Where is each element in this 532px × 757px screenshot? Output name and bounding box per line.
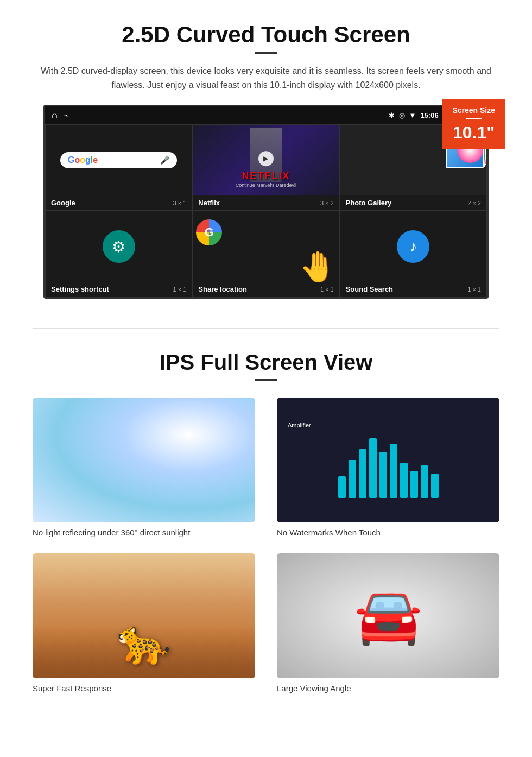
google-label-row: Google 3 × 1	[46, 195, 192, 210]
amplifier-title: Amplifier	[282, 422, 311, 428]
amp-bar-6	[390, 444, 397, 498]
amplifier-caption: No Watermarks When Touch	[277, 528, 499, 537]
amplifier-visual: Amplifier	[277, 398, 499, 522]
gallery-label-row: Photo Gallery 2 × 2	[340, 195, 486, 210]
section2-title: IPS Full Screen View	[33, 350, 499, 375]
netflix-subtitle: Continue Marvel's Daredevil	[236, 182, 296, 188]
amp-bar-container	[338, 433, 439, 498]
status-bar: ⌂ ⌁ ✱ ◎ ▼ 15:06 ◫ ♩) ⊠ ▭	[45, 106, 487, 124]
badge-divider	[466, 118, 482, 119]
amplifier-image: Amplifier	[277, 398, 499, 522]
share-label-row: Share location 1 × 1	[193, 282, 339, 297]
netflix-logo-overlay: NETFLIX Continue Marvel's Daredevil	[236, 171, 296, 188]
feature-sunlight: No light reflecting under 360° direct su…	[33, 398, 255, 537]
sound-app-size: 1 × 1	[467, 286, 481, 293]
bluetooth-icon: ✱	[389, 111, 395, 119]
amp-bar-10	[431, 474, 439, 498]
share-app-cell[interactable]: G 🤚 Share location 1 × 1	[192, 211, 339, 297]
home-icon[interactable]: ⌂	[52, 110, 58, 121]
curved-touch-section: 2.5D Curved Touch Screen With 2.5D curve…	[0, 0, 532, 312]
status-time: 15:06	[420, 111, 438, 119]
android-screen: ⌂ ⌁ ✱ ◎ ▼ 15:06 ◫ ♩) ⊠ ▭	[43, 105, 489, 299]
sound-thumbnail: ♪	[340, 211, 486, 282]
settings-app-size: 1 × 1	[173, 286, 187, 293]
sound-app-name: Sound Search	[346, 285, 393, 293]
section1-title: 2.5D Curved Touch Screen	[33, 22, 499, 48]
settings-icon: ⚙	[103, 230, 135, 263]
sound-app-cell[interactable]: ♪ Sound Search 1 × 1	[340, 211, 487, 297]
netflix-app-name: Netflix	[198, 199, 220, 207]
section1-description: With 2.5D curved-display screen, this de…	[33, 64, 499, 92]
car-visual: 🚘	[277, 553, 499, 678]
cheetah-visual: 🐆	[33, 553, 255, 678]
sunlight-visual	[33, 398, 255, 522]
gallery-app-name: Photo Gallery	[346, 199, 392, 207]
google-app-size: 3 × 1	[173, 200, 187, 206]
feature-grid: No light reflecting under 360° direct su…	[33, 398, 499, 693]
amp-bar-1	[338, 476, 346, 498]
location-icon: ◎	[399, 111, 405, 119]
sunlight-caption: No light reflecting under 360° direct su…	[33, 528, 255, 537]
google-thumbnail: Google 🎤	[46, 125, 192, 195]
ips-section: IPS Full Screen View No light reflecting…	[0, 345, 532, 709]
share-thumbnail: G 🤚	[193, 211, 339, 282]
mic-icon[interactable]: 🎤	[160, 156, 169, 165]
settings-thumbnail: ⚙	[46, 211, 192, 282]
signal-icon: ▼	[409, 111, 416, 119]
amp-bar-7	[400, 463, 408, 498]
screen-mockup-wrapper: Screen Size 10.1" ⌂ ⌁ ✱ ◎ ▼ 15:06 ◫ ♩) ⊠	[43, 105, 489, 299]
settings-app-name: Settings shortcut	[51, 285, 109, 293]
google-app-name: Google	[51, 199, 75, 207]
netflix-logo-text: NETFLIX	[236, 171, 296, 182]
google-logo: Google	[68, 155, 98, 165]
google-app-cell[interactable]: Google 🎤 Google 3 × 1	[45, 124, 192, 211]
cheetah-image: 🐆	[33, 553, 255, 678]
car-image: 🚘	[277, 553, 499, 678]
cheetah-caption: Super Fast Response	[33, 684, 255, 693]
amp-bar-9	[421, 465, 428, 498]
screen-size-badge: Screen Size 10.1"	[442, 99, 505, 149]
section-divider-hr	[33, 328, 499, 329]
google-g-icon: G	[196, 219, 222, 245]
badge-size: 10.1"	[453, 123, 495, 142]
usb-icon: ⌁	[64, 111, 68, 119]
netflix-bg: ▶ NETFLIX Continue Marvel's Daredevil	[193, 125, 339, 195]
app-grid-row1: Google 🎤 Google 3 × 1	[45, 124, 487, 211]
app-grid-row2: ⚙ Settings shortcut 1 × 1 G 🤚 Share loca…	[45, 211, 487, 297]
gallery-app-size: 2 × 2	[467, 200, 481, 206]
section2-divider	[255, 379, 277, 381]
netflix-app-cell[interactable]: ▶ NETFLIX Continue Marvel's Daredevil Ne…	[192, 124, 339, 211]
badge-label: Screen Size	[452, 106, 495, 115]
amp-bar-4	[369, 438, 377, 498]
share-app-name: Share location	[198, 285, 247, 293]
status-bar-left: ⌂ ⌁	[52, 110, 68, 121]
amp-bar-3	[359, 449, 366, 498]
sound-label-row: Sound Search 1 × 1	[340, 282, 486, 297]
amp-bar-2	[349, 460, 356, 498]
netflix-thumbnail: ▶ NETFLIX Continue Marvel's Daredevil	[193, 125, 339, 195]
cheetah-emoji: 🐆	[117, 616, 171, 667]
amp-bar-5	[379, 452, 387, 498]
sunlight-image	[33, 398, 255, 522]
settings-app-cell[interactable]: ⚙ Settings shortcut 1 × 1	[45, 211, 192, 297]
title-divider	[255, 52, 277, 54]
netflix-label-row: Netflix 3 × 2	[193, 195, 339, 210]
sound-icon: ♪	[397, 230, 429, 263]
netflix-app-size: 3 × 2	[320, 200, 334, 206]
settings-label-row: Settings shortcut 1 × 1	[46, 282, 192, 297]
netflix-play-button[interactable]: ▶	[258, 151, 274, 166]
google-search-bar[interactable]: Google 🎤	[60, 152, 177, 168]
hand-image: 🤚	[299, 249, 337, 282]
share-app-size: 1 × 1	[320, 286, 334, 293]
feature-car: 🚘 Large Viewing Angle	[277, 553, 499, 693]
feature-amplifier: Amplifier No Watermarks Wh	[277, 398, 499, 537]
car-top-view: 🚘	[354, 584, 422, 648]
car-caption: Large Viewing Angle	[277, 684, 499, 693]
feature-cheetah: 🐆 Super Fast Response	[33, 553, 255, 693]
amp-bar-8	[410, 471, 418, 498]
